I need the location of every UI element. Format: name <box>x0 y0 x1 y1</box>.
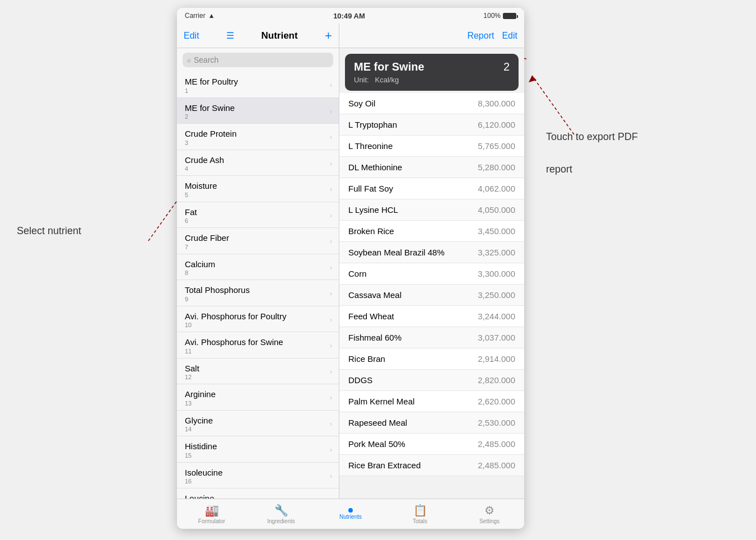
nutrient-item[interactable]: Isoleucine 16 › <box>177 463 339 489</box>
search-placeholder: Search <box>194 55 218 64</box>
tab-label: Ingredients <box>267 518 295 524</box>
nutrient-item[interactable]: Arginine 13 › <box>177 384 339 411</box>
chevron-icon: › <box>330 133 332 141</box>
ingredient-name: Full Fat Soy <box>348 184 393 193</box>
tab-icon: 🏭 <box>205 504 219 517</box>
ingredient-row[interactable]: L Tryptophan 6,120.000 <box>339 114 524 136</box>
ingredient-row[interactable]: Soy Oil 8,300.000 <box>339 93 524 114</box>
ingredient-row[interactable]: Broken Rice 3,450.000 <box>339 221 524 242</box>
nutrient-item[interactable]: Crude Protein 3 › <box>177 124 339 150</box>
nutrient-item-num: 15 <box>185 452 217 459</box>
ingredient-row[interactable]: Cassava Meal 3,250.000 <box>339 285 524 306</box>
nutrient-item-left: Histidine 15 <box>185 441 217 459</box>
ingredient-name: Soy Oil <box>348 99 375 108</box>
nutrient-item[interactable]: Fat 6 › <box>177 202 339 229</box>
nutrient-item[interactable]: ME for Swine 2 › <box>177 98 339 124</box>
nutrient-item-name: Glycine <box>185 415 213 426</box>
tab-label: Totals <box>413 518 427 524</box>
nutrient-item-num: 4 <box>185 165 224 172</box>
nutrient-item[interactable]: Crude Fiber 7 › <box>177 228 339 254</box>
left-panel: Edit ☰ Nutrient + ⌕ Search ME for Poultr… <box>177 24 339 499</box>
ingredient-value: 2,914.000 <box>478 354 515 364</box>
card-left: ME for Swine Unit: Kcal/kg <box>354 60 424 84</box>
nutrient-item-name: Avi. Phosphorus for Poultry <box>185 311 286 322</box>
ingredient-value: 2,620.000 <box>478 397 515 406</box>
tab-ingredients[interactable]: 🔧 Ingredients <box>266 504 297 524</box>
ingredient-row[interactable]: Fishmeal 60% 3,037.000 <box>339 327 524 348</box>
ingredient-value: 3,244.000 <box>478 311 515 321</box>
battery-label: 100% <box>483 12 501 20</box>
nutrient-item[interactable]: Histidine 15 › <box>177 436 339 463</box>
ingredient-row[interactable]: Palm Kernel Meal 2,620.000 <box>339 391 524 412</box>
nutrient-item[interactable]: Moisture 5 › <box>177 176 339 202</box>
ingredient-value: 3,250.000 <box>478 290 515 300</box>
chevron-icon: › <box>330 159 332 167</box>
svg-marker-5 <box>529 76 536 82</box>
nutrient-item[interactable]: Crude Ash 4 › <box>177 150 339 176</box>
nutrient-item-left: Moisture 5 <box>185 180 217 198</box>
ingredient-row[interactable]: Rice Bran 2,914.000 <box>339 348 524 370</box>
ingredient-value: 2,485.000 <box>478 439 515 449</box>
tab-nutrients[interactable]: Nutrients <box>335 508 366 520</box>
edit-button[interactable]: Edit <box>184 31 199 41</box>
nutrient-item[interactable]: Leucine 17 › <box>177 488 339 499</box>
chevron-icon: › <box>330 420 332 428</box>
ingredient-value: 2,530.000 <box>478 418 515 427</box>
tab-label: Settings <box>479 518 500 524</box>
search-input-wrap[interactable]: ⌕ Search <box>183 53 333 67</box>
ingredient-row[interactable]: DDGS 2,820.000 <box>339 370 524 391</box>
nutrient-item[interactable]: ME for Poultry 1 › <box>177 72 339 98</box>
ingredient-row[interactable]: Rice Bran Extraced 2,485.000 <box>339 455 524 476</box>
ingredient-name: Broken Rice <box>348 226 394 236</box>
nutrient-item[interactable]: Glycine 14 › <box>177 411 339 437</box>
report-button[interactable]: Report <box>467 31 494 41</box>
nutrient-header-card: ME for Swine Unit: Kcal/kg 2 <box>345 54 519 91</box>
ingredient-name: L Threonine <box>348 141 393 151</box>
status-right: 100% <box>483 12 516 20</box>
nutrient-item[interactable]: Avi. Phosphorus for Swine 11 › <box>177 332 339 359</box>
ingredient-name: DDGS <box>348 375 372 385</box>
add-nutrient-button[interactable]: + <box>325 30 332 42</box>
nutrient-item-num: 10 <box>185 322 286 328</box>
ingredient-row[interactable]: Full Fat Soy 4,062.000 <box>339 178 524 199</box>
nutrient-panel-title: Nutrient <box>261 30 297 41</box>
ingredient-row[interactable]: L Lysine HCL 4,050.000 <box>339 199 524 221</box>
svg-line-4 <box>532 76 574 134</box>
ingredient-row[interactable]: Feed Wheat 3,244.000 <box>339 306 524 327</box>
tab-settings[interactable]: ⚙ Settings <box>474 504 505 524</box>
tab-bar: 🏭 Formulator 🔧 Ingredients Nutrients 📋 T… <box>177 499 524 529</box>
unit-label: Unit: <box>354 76 369 84</box>
ingredient-row[interactable]: Corn 3,300.000 <box>339 263 524 285</box>
ingredient-name: Palm Kernel Meal <box>348 397 414 406</box>
nutrient-item-num: 14 <box>185 426 213 432</box>
ingredient-value: 3,300.000 <box>478 269 515 278</box>
tab-totals[interactable]: 📋 Totals <box>405 504 436 524</box>
ingredient-row[interactable]: Pork Meal 50% 2,485.000 <box>339 434 524 455</box>
nutrient-item-left: Crude Protein 3 <box>185 128 237 146</box>
status-time: 10:49 AM <box>333 12 365 20</box>
ingredient-row[interactable]: Soybean Meal Brazil 48% 3,325.000 <box>339 242 524 263</box>
chevron-icon: › <box>330 237 332 245</box>
ingredient-row[interactable]: L Threonine 5,765.000 <box>339 136 524 157</box>
tab-formulator[interactable]: 🏭 Formulator <box>197 504 227 524</box>
carrier-label: Carrier <box>185 12 206 20</box>
unit-value: Kcal/kg <box>375 76 399 84</box>
nutrient-item-num: 2 <box>185 113 235 120</box>
ingredient-name: Rice Bran <box>348 354 385 364</box>
ingredient-name: DL Methionine <box>348 162 402 172</box>
nutrient-item-name: ME for Poultry <box>185 76 238 87</box>
nutrient-item[interactable]: Calcium 8 › <box>177 254 339 281</box>
nutrient-item-left: Avi. Phosphorus for Poultry 10 <box>185 311 286 329</box>
nutrient-item[interactable]: Avi. Phosphorus for Poultry 10 › <box>177 306 339 333</box>
edit-button-right[interactable]: Edit <box>502 31 517 41</box>
ingredient-row[interactable]: Rapeseed Meal 2,530.000 <box>339 412 524 434</box>
chevron-icon: › <box>330 472 332 480</box>
nutrient-item[interactable]: Salt 12 › <box>177 359 339 385</box>
ipad-frame: Carrier ▲ 10:49 AM 100% Edit ☰ Nutrient … <box>177 8 524 529</box>
filter-icon[interactable]: ☰ <box>226 30 234 41</box>
ingredient-row[interactable]: DL Methionine 5,280.000 <box>339 157 524 178</box>
nutrient-item[interactable]: Total Phosphorus 9 › <box>177 280 339 306</box>
tab-label: Formulator <box>198 518 225 524</box>
battery-icon <box>503 13 516 19</box>
nutrient-item-left: Glycine 14 <box>185 415 213 433</box>
